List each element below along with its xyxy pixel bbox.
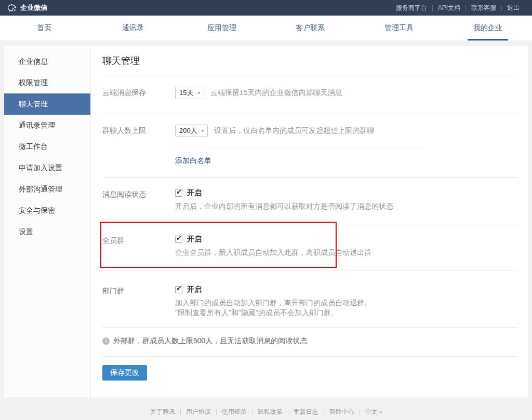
sidebar: 企业信息 权限管理 聊天管理 通讯录管理 微工作台 申请加入设置 外部沟通管理 … <box>4 46 91 397</box>
footer-link-about-tencent[interactable]: 关于腾讯 <box>145 408 180 416</box>
language-select[interactable]: 中文 ▾ <box>360 408 388 416</box>
tab-admin-tools[interactable]: 管理工具 <box>355 16 444 40</box>
note-text: 外部群，群成员人数上限500人，且无法获取消息的阅读状态 <box>113 336 307 346</box>
row-cloud-message-save: 云端消息保存 15天 ▾ 云端保留15天内的企业微信内部聊天消息 <box>102 75 517 113</box>
settings-panel: 企业信息 权限管理 聊天管理 通讯录管理 微工作台 申请加入设置 外部沟通管理 … <box>4 46 528 397</box>
row-group-member-limit: 群聊人数上限 200人 ▾ 设置后，仅白名单内的成员可发起超过上限的群聊 添加白… <box>102 113 517 177</box>
department-group-toggle-label: 开启 <box>187 285 202 294</box>
add-whitelist-link[interactable]: 添加白名单 <box>175 156 211 166</box>
topbar: 企业微信 服务商平台 API文档 联系客服 退出 <box>0 0 532 16</box>
sidebar-item-permission-management[interactable]: 权限管理 <box>4 72 90 93</box>
check-icon: ✔ <box>176 284 182 292</box>
divider <box>175 147 422 147</box>
all-staff-group-desc: 企业全员群，新入职成员自动加入此群，离职成员自动退出群 <box>175 248 517 258</box>
chevron-down-icon: ▾ <box>197 90 200 96</box>
tab-contacts[interactable]: 通讯录 <box>89 16 178 40</box>
tab-app-management[interactable]: 应用管理 <box>177 16 266 40</box>
sidebar-item-settings[interactable]: 设置 <box>4 221 90 242</box>
topbar-link-service-platform[interactable]: 服务商平台 <box>391 4 432 12</box>
content-area: 聊天管理 云端消息保存 15天 ▾ 云端保留15天内的企业微信内部聊天消息 <box>91 46 528 397</box>
group-limit-desc: 设置后，仅白名单内的成员可发起超过上限的群聊 <box>214 126 374 136</box>
check-icon: ✔ <box>176 234 182 242</box>
department-group-desc-line1: 加入部门的成员自动加入部门群，离开部门的成员自动退群。 <box>175 298 517 308</box>
row-all-staff-group: 全员群 ✔ 开启 企业全员群，新入职成员自动加入此群，离职成员自动退出群 <box>102 225 517 270</box>
department-group-desc: 加入部门的成员自动加入部门群，离开部门的成员自动退群。 "限制查看所有人"和"隐… <box>175 298 517 318</box>
chevron-down-icon: ▾ <box>380 410 382 415</box>
sidebar-item-company-info[interactable]: 企业信息 <box>4 51 90 72</box>
row-label: 群聊人数上限 <box>102 125 175 166</box>
tab-label: 通讯录 <box>122 23 144 33</box>
sidebar-item-external-communication[interactable]: 外部沟通管理 <box>4 179 90 200</box>
group-limit-select[interactable]: 200人 ▾ <box>175 125 208 137</box>
tab-label: 应用管理 <box>207 23 236 33</box>
save-button[interactable]: 保存更改 <box>102 365 147 381</box>
main-nav: 首页 通讯录 应用管理 客户联系 管理工具 我的企业 <box>0 16 532 40</box>
sidebar-item-join-settings[interactable]: 申请加入设置 <box>4 157 90 179</box>
footer-link-user-agreement[interactable]: 用户协议 <box>181 408 216 416</box>
row-message-read-status: 消息阅读状态 ✔ 开启 开启后，企业内部的所有消息都可以获取对方是否阅读了消息的… <box>102 178 517 225</box>
external-group-note: i 外部群，群成员人数上限500人，且无法获取消息的阅读状态 <box>102 328 517 356</box>
all-staff-group-checkbox[interactable]: ✔ <box>175 236 182 243</box>
tab-label: 客户联系 <box>296 23 325 33</box>
read-status-checkbox[interactable]: ✔ <box>175 189 182 197</box>
topbar-link-contact-support[interactable]: 联系客服 <box>466 4 501 12</box>
footer-link-usage-rules[interactable]: 使用规范 <box>217 408 252 416</box>
tab-label: 我的企业 <box>473 23 502 33</box>
footer-links: 关于腾讯 用户协议 使用规范 隐私政策 更新日志 帮助中心 中文 ▾ <box>4 408 528 416</box>
read-status-desc: 开启后，企业内部的所有消息都可以获取对方是否阅读了消息的状态 <box>175 201 517 211</box>
all-staff-group-toggle-label: 开启 <box>187 235 202 244</box>
tab-home[interactable]: 首页 <box>0 16 89 40</box>
read-status-toggle-label: 开启 <box>187 188 202 198</box>
group-limit-value: 200人 <box>179 126 197 136</box>
footer: 关于腾讯 用户协议 使用规范 隐私政策 更新日志 帮助中心 中文 ▾ © 199… <box>4 397 528 420</box>
chevron-down-icon: ▾ <box>202 128 204 133</box>
row-label: 消息阅读状态 <box>102 188 175 211</box>
cloud-save-desc: 云端保留15天内的企业微信内部聊天消息 <box>210 88 342 98</box>
topbar-link-api-docs[interactable]: API文档 <box>433 4 466 12</box>
sidebar-item-security[interactable]: 安全与保密 <box>4 200 90 221</box>
brand: 企业微信 <box>7 3 47 13</box>
sidebar-item-workbench[interactable]: 微工作台 <box>4 136 90 157</box>
page-body: 企业信息 权限管理 聊天管理 通讯录管理 微工作台 申请加入设置 外部沟通管理 … <box>0 40 532 420</box>
language-label: 中文 <box>365 408 378 416</box>
button-row: 保存更改 <box>102 357 517 397</box>
info-icon: i <box>102 337 110 345</box>
wechat-work-logo-icon <box>7 3 17 13</box>
row-label: 全员群 <box>102 235 175 258</box>
cloud-save-value: 15天 <box>179 88 193 98</box>
footer-link-privacy-policy[interactable]: 隐私政策 <box>252 408 288 416</box>
footer-link-changelog[interactable]: 更新日志 <box>288 408 324 416</box>
cloud-save-select[interactable]: 15天 ▾ <box>175 87 204 99</box>
footer-link-help-center[interactable]: 帮助中心 <box>324 408 360 416</box>
department-group-desc-line2: "限制查看所有人"和"隐藏"的成员不会加入部门群。 <box>175 308 517 318</box>
brand-name: 企业微信 <box>20 3 47 12</box>
row-label: 云端消息保存 <box>102 87 175 99</box>
department-group-checkbox[interactable]: ✔ <box>175 286 182 293</box>
tab-customer-contact[interactable]: 客户联系 <box>266 16 355 40</box>
topbar-links: 服务商平台 API文档 联系客服 退出 <box>391 4 525 12</box>
row-department-group: 部门群 ✔ 开启 加入部门的成员自动加入部门群，离开部门的成员自动退群。 "限制… <box>102 270 517 327</box>
active-tab-underline <box>468 39 508 40</box>
page-title: 聊天管理 <box>102 46 517 75</box>
topbar-link-logout[interactable]: 退出 <box>502 4 525 12</box>
sidebar-item-contacts-management[interactable]: 通讯录管理 <box>4 115 90 136</box>
tab-my-company[interactable]: 我的企业 <box>443 16 532 40</box>
tab-label: 首页 <box>37 23 51 33</box>
tab-label: 管理工具 <box>384 23 414 33</box>
check-icon: ✔ <box>176 188 182 196</box>
row-label: 部门群 <box>102 285 175 318</box>
sidebar-item-chat-management[interactable]: 聊天管理 <box>4 93 90 115</box>
